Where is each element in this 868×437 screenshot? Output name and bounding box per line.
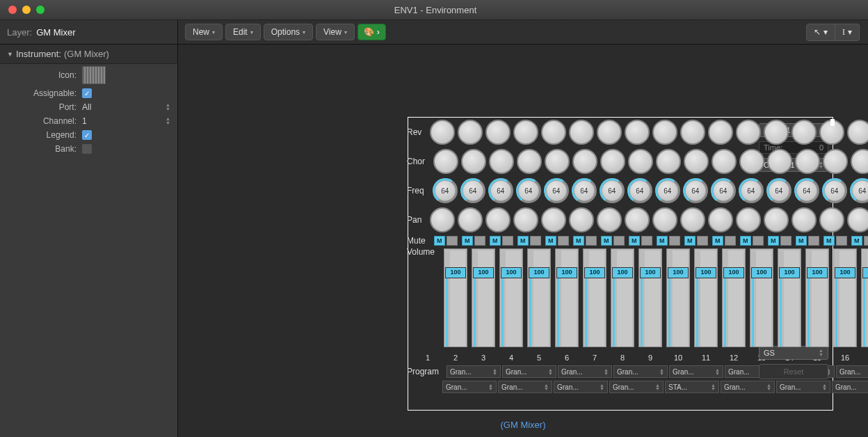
solo-button[interactable] xyxy=(641,236,652,246)
mute-button[interactable]: M xyxy=(712,236,723,246)
chor-knob[interactable] xyxy=(767,149,792,174)
mute-button[interactable]: M xyxy=(462,236,473,246)
freq-knob[interactable]: 64 xyxy=(711,178,736,203)
chor-knob[interactable] xyxy=(628,149,653,174)
fader[interactable]: 100 xyxy=(609,247,636,351)
pan-knob[interactable] xyxy=(569,207,594,232)
pan-knob[interactable] xyxy=(597,207,622,232)
fader-cap[interactable]: 100 xyxy=(751,267,772,278)
chor-knob[interactable] xyxy=(656,149,681,174)
pan-knob[interactable] xyxy=(819,207,844,232)
time-field[interactable]: Time:0 xyxy=(759,141,828,154)
fader[interactable]: 100 xyxy=(803,247,831,351)
inspector-header[interactable]: ▼ Instrument: (GM Mixer) xyxy=(0,45,177,64)
legend-checkbox[interactable]: ✓ xyxy=(82,130,92,140)
mute-button[interactable]: M xyxy=(796,236,807,246)
freq-knob[interactable]: 64 xyxy=(766,178,791,203)
fader-cap[interactable]: 100 xyxy=(862,267,868,278)
fader-cap[interactable]: 100 xyxy=(668,267,689,278)
mute-button[interactable]: M xyxy=(851,236,862,246)
edit-menu[interactable]: Edit▾ xyxy=(225,24,261,40)
fader[interactable]: 100 xyxy=(748,247,775,351)
mute-button[interactable]: M xyxy=(434,236,445,246)
object-caption[interactable]: (GM Mixer) xyxy=(501,420,546,430)
program-select[interactable]: Gran...▲▼ xyxy=(669,365,723,378)
chor-knob[interactable] xyxy=(600,149,625,174)
pan-knob[interactable] xyxy=(847,207,868,232)
fader[interactable]: 100 xyxy=(497,247,525,351)
port-row[interactable]: Port: All▲▼ xyxy=(0,100,177,114)
mute-button[interactable]: M xyxy=(601,236,612,246)
fader[interactable]: 100 xyxy=(525,247,553,351)
pan-knob[interactable] xyxy=(513,207,538,232)
freq-knob[interactable]: 64 xyxy=(544,178,569,203)
mute-button[interactable]: M xyxy=(490,236,501,246)
fader-cap[interactable]: 100 xyxy=(556,267,577,278)
fullscreen-button[interactable] xyxy=(36,6,45,14)
reset-button[interactable]: Reset xyxy=(759,364,828,379)
mute-button[interactable]: M xyxy=(768,236,779,246)
solo-button[interactable] xyxy=(864,236,868,246)
fader[interactable]: 100 xyxy=(469,247,497,351)
program-select[interactable]: Gran...▲▼ xyxy=(502,365,556,378)
layer-selector[interactable]: Layer: GM Mixer xyxy=(0,20,178,44)
text-tool[interactable]: I▾ xyxy=(835,24,860,41)
instrument-icon[interactable] xyxy=(82,66,106,84)
freq-knob[interactable]: 64 xyxy=(516,178,541,203)
channel-row[interactable]: Channel: 1▲▼ xyxy=(0,114,177,128)
fader-cap[interactable]: 100 xyxy=(445,267,466,278)
solo-button[interactable] xyxy=(447,236,458,246)
view-menu[interactable]: View▾ xyxy=(316,24,355,40)
chor-knob[interactable] xyxy=(461,149,486,174)
chor-knob[interactable] xyxy=(823,149,848,174)
fader-cap[interactable]: 100 xyxy=(723,267,744,278)
program-select[interactable]: Gran...▲▼ xyxy=(721,381,775,393)
pan-knob[interactable] xyxy=(458,207,483,232)
solo-button[interactable] xyxy=(753,236,764,246)
mute-button[interactable]: M xyxy=(823,236,835,246)
pan-knob[interactable] xyxy=(736,207,761,232)
fader[interactable]: 100 xyxy=(692,247,720,351)
program-select[interactable]: Gran...▲▼ xyxy=(836,365,868,378)
freq-knob[interactable]: 64 xyxy=(794,178,819,203)
fader[interactable]: 100 xyxy=(636,247,664,351)
fader-cap[interactable]: 100 xyxy=(529,267,549,278)
solo-button[interactable] xyxy=(836,236,847,246)
freq-knob[interactable]: 64 xyxy=(600,178,625,203)
pan-knob[interactable] xyxy=(764,207,789,232)
pan-knob[interactable] xyxy=(791,207,817,232)
fader[interactable]: 100 xyxy=(581,247,609,351)
freq-knob[interactable]: 64 xyxy=(822,178,847,203)
fader-cap[interactable]: 100 xyxy=(584,267,605,278)
midi-thru-button[interactable]: 🎨› xyxy=(357,24,386,40)
chor-knob[interactable] xyxy=(712,149,737,174)
freq-knob[interactable]: 64 xyxy=(572,178,597,203)
rev-knob[interactable] xyxy=(458,120,483,145)
rev-knob[interactable] xyxy=(485,120,511,145)
fader[interactable]: 100 xyxy=(664,247,692,351)
rev-knob[interactable] xyxy=(680,120,705,145)
rev-knob[interactable] xyxy=(819,120,844,145)
solo-button[interactable] xyxy=(474,236,485,246)
pan-knob[interactable] xyxy=(541,207,566,232)
solo-button[interactable] xyxy=(586,236,597,246)
gm-mixer-object[interactable]: Room 1▲▼ Time:0 Chorus 1▲▼ GS▲▼ Reset Re… xyxy=(407,118,833,395)
program-select[interactable]: Gran...▲▼ xyxy=(832,381,868,393)
program-select[interactable]: Gran...▲▼ xyxy=(554,381,608,393)
fader-cap[interactable]: 100 xyxy=(501,267,522,278)
mute-button[interactable]: M xyxy=(573,236,584,246)
solo-button[interactable] xyxy=(780,236,791,246)
minimize-button[interactable] xyxy=(22,6,31,14)
solo-button[interactable] xyxy=(530,236,541,246)
program-select[interactable]: Gran...▲▼ xyxy=(558,365,612,378)
rev-knob[interactable] xyxy=(708,120,733,145)
fader[interactable]: 100 xyxy=(859,247,868,351)
fader[interactable]: 100 xyxy=(442,247,469,351)
program-select[interactable]: Gran...▲▼ xyxy=(442,381,497,393)
fader-cap[interactable]: 100 xyxy=(807,267,828,278)
rev-knob[interactable] xyxy=(652,120,677,145)
solo-button[interactable] xyxy=(613,236,625,246)
rev-knob[interactable] xyxy=(597,120,622,145)
mute-button[interactable]: M xyxy=(517,236,529,246)
freq-knob[interactable]: 64 xyxy=(739,178,764,203)
